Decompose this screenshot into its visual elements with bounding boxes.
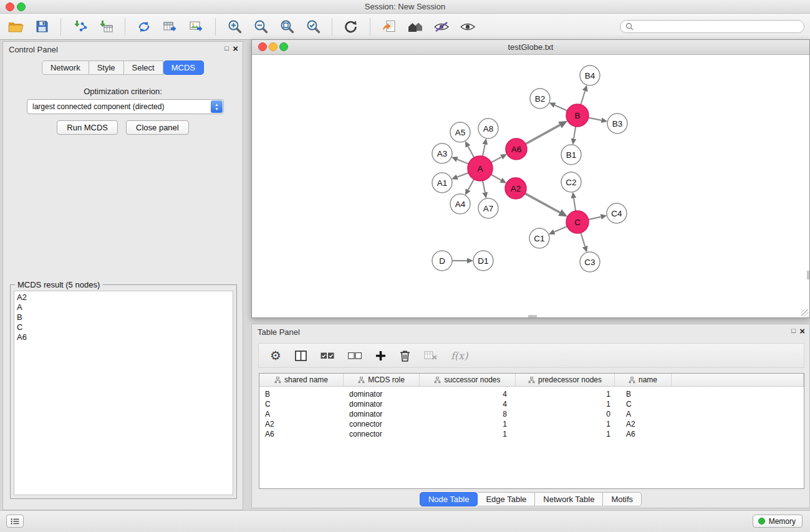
search-input[interactable]: [637, 21, 804, 32]
graph-edge-C-C2[interactable]: [574, 198, 576, 211]
column-header-predecessor-nodes[interactable]: predecessor nodes: [516, 374, 615, 386]
tab-mcds[interactable]: MCDS: [163, 60, 204, 75]
graph-node-B4[interactable]: B4: [580, 65, 600, 85]
table-row-a2[interactable]: A2connector11A2: [259, 419, 804, 429]
save-session-button[interactable]: [30, 16, 54, 37]
graph-edge-A-A7[interactable]: [483, 181, 485, 193]
graph-edge-B-B4[interactable]: [581, 91, 585, 105]
export-table-button[interactable]: [158, 16, 182, 37]
zoom-out-button[interactable]: [249, 16, 272, 37]
graph-node-B[interactable]: B: [566, 104, 589, 127]
graph-node-A8[interactable]: A8: [478, 118, 498, 138]
add-column-button[interactable]: [375, 351, 386, 361]
graph-edge-B-B1[interactable]: [574, 127, 576, 139]
graph-node-D1[interactable]: D1: [473, 251, 493, 271]
home-view-button[interactable]: [403, 16, 427, 37]
search-field[interactable]: [620, 20, 804, 33]
close-panel-icon[interactable]: ×: [233, 43, 238, 54]
close-panel-button[interactable]: Close panel: [126, 120, 189, 135]
graph-node-A4[interactable]: A4: [450, 194, 470, 214]
graph-node-A2[interactable]: A2: [505, 178, 526, 199]
table-row-a[interactable]: Adominator80A: [259, 409, 804, 419]
graph-node-B3[interactable]: B3: [607, 114, 627, 133]
delete-table-button[interactable]: [424, 351, 437, 360]
graph-edge-A-A4[interactable]: [468, 179, 475, 190]
tab-style[interactable]: Style: [89, 60, 124, 75]
network-canvas[interactable]: B4B2BB3A5A8A6A3B1AA1C2A2A4A7C4CC1C3DD1: [252, 55, 809, 317]
graph-edge-A-A2[interactable]: [491, 175, 501, 180]
graph-edge-A-A8[interactable]: [483, 145, 485, 157]
graph-edge-A-A5[interactable]: [468, 147, 475, 158]
task-history-button[interactable]: [6, 515, 24, 528]
tab-edge-table[interactable]: Edge Table: [478, 492, 535, 506]
network-close-button[interactable]: [258, 42, 267, 51]
column-header-shared-name[interactable]: shared name: [259, 374, 344, 386]
refresh-button[interactable]: [339, 16, 363, 37]
graph-edge-C-C3[interactable]: [581, 233, 585, 246]
graph-node-A6[interactable]: A6: [506, 138, 527, 160]
graph-node-B2[interactable]: B2: [530, 89, 550, 109]
deselect-all-button[interactable]: [348, 352, 362, 359]
zoom-fit-button[interactable]: [275, 16, 299, 37]
import-network-button[interactable]: [68, 16, 92, 37]
graph-node-C[interactable]: C: [566, 211, 589, 233]
graph-node-C3[interactable]: C3: [580, 252, 600, 272]
result-item-b[interactable]: B: [14, 312, 233, 322]
memory-button[interactable]: Memory: [753, 515, 803, 528]
network-zoom-button[interactable]: [279, 42, 288, 51]
graph-edge-B-B3[interactable]: [589, 118, 602, 120]
graph-edge-B-B2[interactable]: [555, 105, 567, 111]
graph-node-B1[interactable]: B1: [561, 145, 581, 165]
result-item-a[interactable]: A: [14, 302, 233, 312]
tab-motifs[interactable]: Motifs: [603, 492, 642, 506]
graph-node-C1[interactable]: C1: [529, 228, 549, 248]
zoom-in-button[interactable]: [223, 16, 246, 37]
column-header-successor-nodes[interactable]: successor nodes: [420, 374, 516, 386]
graph-edge-A-A3[interactable]: [457, 160, 468, 164]
graph-node-A7[interactable]: A7: [478, 198, 498, 218]
graph-edge-C-C4[interactable]: [589, 217, 601, 220]
graph-edge-A6-B[interactable]: [526, 125, 560, 143]
graph-edge-A-A6[interactable]: [491, 157, 502, 163]
table-float-panel-icon[interactable]: □: [791, 327, 796, 334]
table-row-a6[interactable]: A6connector11A6: [259, 429, 804, 439]
function-builder-button[interactable]: f(x): [451, 350, 468, 362]
show-columns-button[interactable]: [295, 351, 307, 361]
graph-node-C4[interactable]: C4: [607, 203, 627, 223]
table-settings-button[interactable]: ⚙: [270, 349, 281, 362]
result-item-a2[interactable]: A2: [14, 293, 233, 302]
tab-network-table[interactable]: Network Table: [535, 492, 603, 506]
graph-node-A3[interactable]: A3: [432, 143, 452, 163]
graph-edge-A2-C[interactable]: [525, 193, 560, 213]
import-table-button[interactable]: [94, 16, 118, 37]
graph-edge-C-C1[interactable]: [554, 226, 567, 232]
select-all-button[interactable]: [321, 352, 334, 359]
result-item-a6[interactable]: A6: [14, 332, 233, 342]
graph-node-A1[interactable]: A1: [432, 173, 452, 193]
graph-node-D[interactable]: D: [432, 251, 452, 271]
delete-column-button[interactable]: [400, 350, 410, 362]
open-session-button[interactable]: [4, 16, 27, 37]
open-recent-file-button[interactable]: [377, 16, 401, 37]
hide-details-button[interactable]: [430, 16, 453, 37]
float-panel-icon[interactable]: □: [224, 44, 229, 52]
result-item-c[interactable]: C: [14, 322, 233, 332]
table-row-c[interactable]: Cdominator41C: [259, 399, 804, 409]
graph-node-C2[interactable]: C2: [561, 172, 581, 192]
zoom-selected-button[interactable]: [301, 16, 325, 37]
show-details-button[interactable]: [456, 16, 480, 37]
app-zoom-button[interactable]: [17, 2, 26, 11]
graph-edge-A-A1[interactable]: [457, 173, 468, 177]
app-close-button[interactable]: [6, 2, 14, 11]
tab-node-table[interactable]: Node Table: [420, 492, 478, 506]
network-minimize-button[interactable]: [269, 42, 277, 51]
tab-select[interactable]: Select: [124, 60, 163, 75]
criterion-dropdown[interactable]: largest connected component (directed) ▲…: [27, 99, 224, 114]
export-image-button[interactable]: [185, 16, 208, 37]
table-row-b[interactable]: Bdominator41B: [259, 389, 804, 399]
tab-network[interactable]: Network: [42, 60, 89, 75]
column-header-name[interactable]: name: [615, 374, 672, 386]
new-network-button[interactable]: [132, 16, 156, 37]
graph-node-A5[interactable]: A5: [450, 122, 470, 142]
table-close-panel-icon[interactable]: ×: [799, 326, 805, 336]
